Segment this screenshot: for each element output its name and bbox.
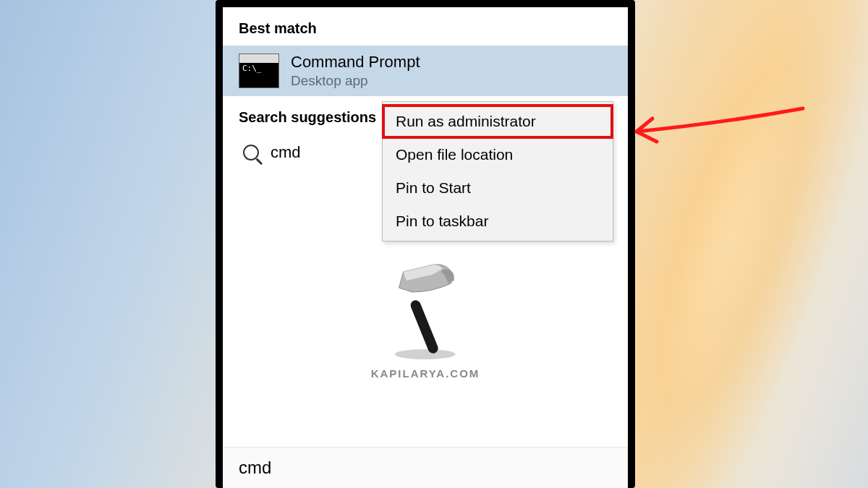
best-match-result[interactable]: C:\_ Command Prompt Desktop app — [223, 46, 628, 96]
suggestion-text: cmd — [271, 143, 301, 162]
search-input-area[interactable]: cmd — [223, 447, 628, 488]
menu-pin-to-taskbar[interactable]: Pin to taskbar — [383, 205, 613, 238]
watermark: KAPILARYA.COM — [371, 259, 480, 380]
context-menu: Run as administrator Open file location … — [382, 101, 613, 241]
best-match-header: Best match — [223, 7, 628, 46]
svg-point-0 — [395, 349, 456, 359]
svg-rect-1 — [409, 299, 440, 355]
search-icon — [243, 145, 259, 160]
annotation-arrow — [622, 87, 810, 166]
menu-pin-to-start[interactable]: Pin to Start — [383, 171, 613, 205]
hammer-icon — [382, 259, 469, 360]
command-prompt-icon: C:\_ — [239, 53, 279, 88]
start-search-panel: Best match C:\_ Command Prompt Desktop a… — [223, 7, 628, 488]
result-subtitle: Desktop app — [291, 73, 420, 89]
menu-open-file-location[interactable]: Open file location — [383, 138, 613, 171]
menu-run-as-administrator[interactable]: Run as administrator — [383, 105, 613, 138]
result-title: Command Prompt — [291, 53, 420, 72]
search-input-value: cmd — [239, 458, 271, 477]
panel-frame: Best match C:\_ Command Prompt Desktop a… — [216, 0, 635, 488]
